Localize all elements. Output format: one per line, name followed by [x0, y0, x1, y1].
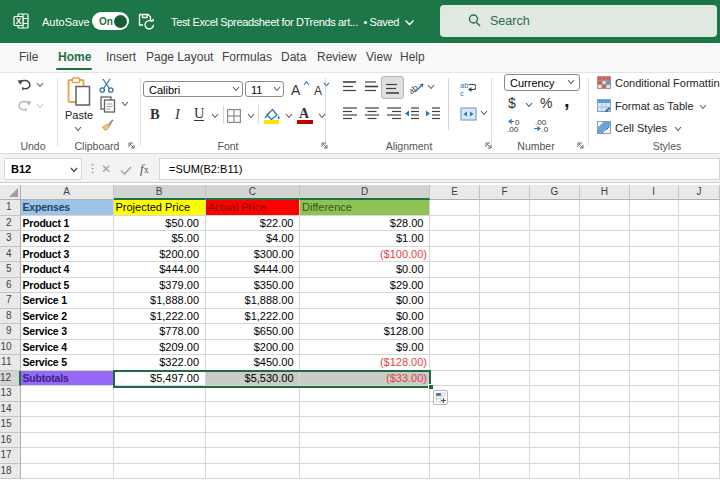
svg-text:X: X	[16, 16, 22, 26]
svg-text:.0: .0	[542, 125, 549, 133]
svg-text:.00: .00	[507, 125, 519, 133]
svg-text:c: c	[460, 89, 464, 97]
